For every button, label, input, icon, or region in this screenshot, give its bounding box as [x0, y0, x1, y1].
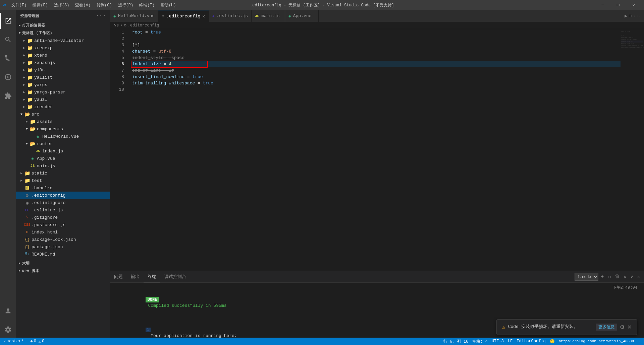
menu-select[interactable]: 选择(S) [51, 2, 72, 9]
tree-item-postcssrc[interactable]: ▶ CSS .postcssrc.js [16, 221, 110, 228]
tree-item-yauzl[interactable]: ▶ 📁 yauzl [16, 96, 110, 103]
tab-mainjs[interactable]: JS main.js [252, 10, 285, 22]
line-endings-status[interactable]: LF [506, 339, 514, 344]
activity-explorer-icon[interactable] [0, 13, 16, 29]
tree-item-router[interactable]: ▼ 📂 router [16, 140, 110, 147]
menu-terminal[interactable]: 终端(T) [137, 2, 157, 9]
code-content[interactable]: root = true [*] charset = utf-8 indent_s… [127, 29, 621, 271]
breadcrumb-ve[interactable]: ve [114, 23, 119, 28]
activity-account-icon[interactable] [0, 303, 16, 319]
tree-item-yargs[interactable]: ▶ 📁 yargs [16, 81, 110, 88]
panel-expand-down-button[interactable]: ∨ [629, 273, 634, 280]
tree-item-assets[interactable]: ▶ 📁 assets [16, 118, 110, 125]
run-button[interactable]: ▶ [625, 13, 627, 19]
sidebar-content[interactable]: ▶ 打开的编辑器 ▼ 无标题 (工作区) ▶ 📁 anti-name-valid… [16, 21, 110, 338]
tree-item-package-lock[interactable]: ▶ {} package-lock.json [16, 236, 110, 243]
activity-scm-icon[interactable] [0, 50, 16, 66]
tree-item-gitignore[interactable]: ▶ ⑂ .gitignore [16, 214, 110, 221]
csdn-url-status[interactable]: https://blog.csdn.net/weixin_46638... [557, 339, 642, 343]
open-editors-section[interactable]: ▶ 打开的编辑器 [16, 21, 110, 29]
folder-icon: 📁 [27, 45, 33, 51]
tree-item-src[interactable]: ▼ 📂 src [16, 111, 110, 118]
minimize-button[interactable]: ─ [595, 0, 610, 10]
panel-tab-debug-console[interactable]: 调试控制台 [160, 271, 190, 282]
git-branch-status[interactable]: ⑂ master* [2, 339, 25, 344]
spaces-status[interactable]: 空格: 4 [471, 339, 489, 344]
language-status[interactable]: EditorConfig [515, 339, 547, 344]
activity-extensions-icon[interactable] [0, 88, 16, 104]
split-editor-button[interactable]: ⊟ [629, 13, 631, 19]
tab-editorconfig[interactable]: ⚙ .editorconfig ✕ [158, 10, 209, 22]
more-actions-button[interactable]: ··· [633, 13, 641, 19]
activity-settings-icon[interactable] [0, 322, 16, 338]
line-num-9: 9 [110, 80, 124, 86]
tree-item-zrender[interactable]: ▶ 📁 zrender [16, 103, 110, 111]
errors-status[interactable]: ⊗ 0 ⚠ 0 [29, 339, 46, 344]
tab-close-button[interactable]: ✕ [202, 13, 205, 19]
tree-item-xxhashjs[interactable]: ▶ 📁 xxhashjs [16, 59, 110, 66]
panel-tab-output[interactable]: 输出 [127, 271, 144, 282]
terminal-selector[interactable]: 1: node [575, 273, 598, 281]
activity-search-icon[interactable] [0, 31, 16, 48]
tree-item-xtend[interactable]: ▶ 📁 xtend [16, 52, 110, 59]
panel-tab-problems[interactable]: 问题 [110, 271, 127, 282]
panel-tab-terminal[interactable]: 终端 [144, 271, 160, 282]
menu-help[interactable]: 帮助(H) [158, 2, 179, 9]
tree-item-y18n[interactable]: ▶ 📁 y18n [16, 66, 110, 74]
encoding-status[interactable]: UTF-8 [490, 339, 505, 344]
tab-eslintrc[interactable]: ◈ .eslintrc.js [209, 10, 252, 22]
tree-item-helloworld-vue[interactable]: ▶ ◈ HelloWorld.vue [16, 133, 110, 140]
add-terminal-button[interactable]: + [600, 273, 605, 280]
sidebar-more-button[interactable]: ··· [96, 13, 106, 19]
tree-item-yallist[interactable]: ▶ 📁 yallist [16, 74, 110, 81]
panel-close-button[interactable]: ✕ [636, 273, 641, 280]
tree-item-babelrc[interactable]: ▶ 🅱 .babelrc [16, 184, 110, 192]
arrow-icon: ▶ [19, 171, 24, 175]
cursor-position-label: 行 6, 列 16 [443, 339, 468, 344]
breadcrumb-filename[interactable]: .editorconfig [128, 23, 159, 28]
menu-view[interactable]: 查看(V) [72, 2, 93, 9]
done-badge: DONE [146, 297, 159, 302]
npm-scripts-section[interactable]: ▶ NPM 脚本 [16, 267, 110, 275]
outline-section[interactable]: ▶ 大纲 [16, 259, 110, 267]
kill-terminal-button[interactable]: 🗑 [613, 273, 621, 280]
breadcrumb-file[interactable]: ⚙ [124, 23, 126, 28]
maximize-button[interactable]: □ [610, 0, 626, 10]
notification-close-button[interactable]: ✕ [627, 324, 632, 330]
menu-edit[interactable]: 编辑(E) [30, 2, 51, 9]
tree-item-xregexp[interactable]: ▶ 📁 xregexp [16, 44, 110, 52]
titlebar: ∞ 文件(F) 编辑(E) 选择(S) 查看(V) 转到(G) 运行(R) 终端… [0, 0, 644, 10]
tree-item-indexhtml[interactable]: ▶ H index.html [16, 228, 110, 236]
split-terminal-button[interactable]: ⊟ [606, 273, 612, 280]
activity-debug-icon[interactable] [0, 69, 16, 85]
panel-collapse-up-button[interactable]: ∧ [622, 273, 628, 280]
tree-item-eslintrc[interactable]: ▶ ES .eslintrc.js [16, 206, 110, 214]
tab-appvue[interactable]: ◈ App.vue [285, 10, 319, 22]
tree-item-eslintignore[interactable]: ▶ ◉ .eslintignore [16, 199, 110, 206]
tree-item-main-js[interactable]: ▶ JS main.js [16, 162, 110, 169]
cursor-position-status[interactable]: 行 6, 列 16 [442, 339, 470, 344]
tree-item-components[interactable]: ▼ 📂 components [16, 125, 110, 133]
close-button[interactable]: ✕ [626, 0, 641, 10]
tree-item-router-index-js[interactable]: ▶ JS index.js [16, 147, 110, 155]
tree-item-static[interactable]: ▶ 📁 static [16, 169, 110, 177]
tree-item-editorconfig[interactable]: ▶ ⚙ .editorconfig [16, 192, 110, 199]
tree-item-readme[interactable]: ▶ M↓ README.md [16, 251, 110, 258]
tree-item-test[interactable]: ▶ 📁 test [16, 177, 110, 184]
babel-file-icon: 🅱 [24, 186, 30, 190]
code-editor[interactable]: 1 2 3 4 5 6 7 8 9 10 root = true [110, 29, 644, 271]
menu-run[interactable]: 运行(R) [115, 2, 136, 9]
menu-goto[interactable]: 转到(G) [94, 2, 115, 9]
notification-more-info-button[interactable]: 更多信息 [596, 324, 617, 331]
feedback-status[interactable]: 🙂 [548, 339, 556, 344]
tree-item-package-json[interactable]: ▶ {} package.json [16, 243, 110, 251]
menu-file[interactable]: 文件(F) [9, 2, 30, 9]
workspace-section[interactable]: ▼ 无标题 (工作区) [16, 29, 110, 37]
folder-icon: 📁 [27, 67, 33, 73]
tree-item-anti-name-validator[interactable]: ▶ 📁 anti-name-validator [16, 37, 110, 44]
tab-helloworld-vue[interactable]: ◈ HelloWorld.vue [110, 10, 158, 22]
js-file-icon: JS [30, 164, 36, 168]
tree-item-app-vue[interactable]: ▶ ◈ App.vue [16, 155, 110, 162]
tree-item-yargs-parser[interactable]: ▶ 📁 yargs-parser [16, 88, 110, 96]
notification-settings-button[interactable]: ⚙ [620, 324, 625, 330]
